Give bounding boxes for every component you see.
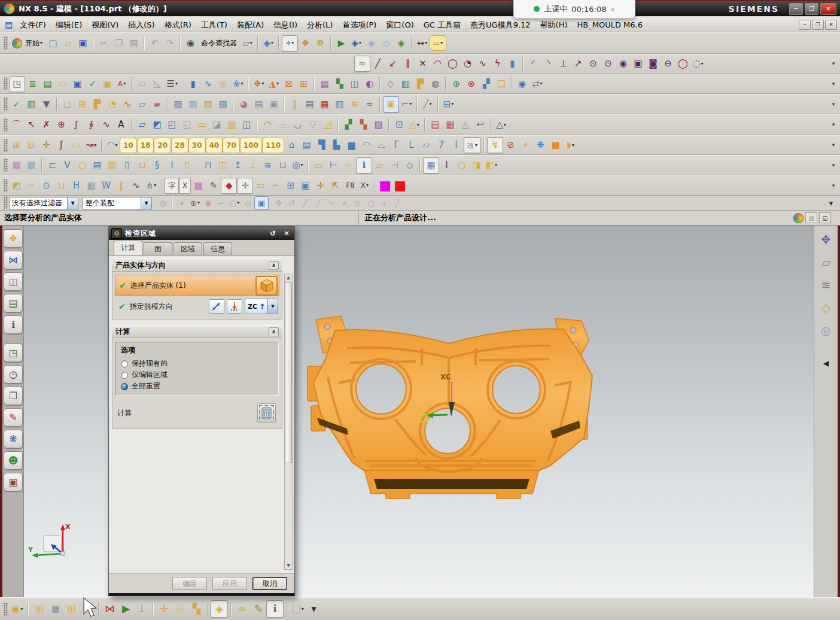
play-icon[interactable]: ▶ (334, 36, 349, 51)
wedge-icon[interactable]: ◿ (320, 117, 335, 132)
command-finder-label[interactable]: 命令查找器 (198, 36, 240, 51)
overflow-icon[interactable]: ▾ (829, 178, 838, 193)
mesh-icon[interactable]: ▨ (224, 117, 239, 132)
size-10-button[interactable]: 10 (120, 138, 137, 153)
menu-gc-toolbox[interactable]: GC 工具箱 (419, 17, 465, 32)
moldbase-icon[interactable]: ▤ (299, 138, 314, 153)
sphere-half-icon[interactable]: ◐ (362, 77, 377, 92)
dialog-close-icon[interactable]: ✕ (281, 229, 292, 238)
spring-icon[interactable]: ∿ (200, 77, 215, 92)
line-icon[interactable]: ╱ (370, 56, 385, 71)
sphere-icon[interactable]: ❁ (313, 36, 328, 51)
arc-icon[interactable]: ◠ (430, 56, 445, 71)
standard-part-icon[interactable]: V (60, 158, 75, 173)
binoculars-icon[interactable]: ◉ (183, 36, 198, 51)
mdi-restore-button[interactable]: ❐ (812, 20, 824, 30)
system-materials-icon[interactable]: ❒ (4, 387, 23, 405)
curve-arrow-icon[interactable]: ↝▾ (84, 138, 99, 153)
cancel-button[interactable]: 取消 (252, 577, 287, 590)
radio-keep-existing[interactable]: 保持现有的 (121, 358, 273, 369)
plate-icon[interactable]: ▭ (253, 178, 268, 193)
lightning-icon[interactable]: ↯ (487, 137, 503, 153)
tab-info[interactable]: 信息 (203, 242, 232, 255)
spline-icon[interactable]: ∿ (475, 56, 490, 71)
tube-icon[interactable]: ◎ (818, 323, 834, 338)
annotation-icon[interactable]: ⊟▾ (441, 97, 456, 112)
history-icon[interactable]: ◷ (4, 365, 23, 384)
overflow-icon[interactable]: ▾ (829, 138, 838, 153)
conic-icon[interactable]: ◌▾ (690, 56, 705, 71)
red-swatch[interactable]: ■ (392, 178, 407, 193)
size-100-button[interactable]: 100 (240, 138, 262, 153)
cube-icon[interactable]: ▣ (266, 97, 281, 112)
snap-corner-icon[interactable]: ⌐ (215, 197, 228, 209)
bridge-icon[interactable]: ◠ (260, 117, 275, 132)
split-icon[interactable]: ◫ (239, 117, 254, 132)
note-icon[interactable]: ▭ (69, 138, 84, 153)
maximize-button[interactable]: ❐ (805, 3, 818, 15)
extrude-icon[interactable]: ▛ (90, 97, 105, 112)
constraint-icon[interactable]: ⊥ (134, 601, 150, 617)
locator-ring-icon[interactable]: ◎▾ (290, 158, 305, 173)
sweep-icon[interactable]: ∿ (120, 97, 135, 112)
grid-palette-icon[interactable]: ▩ (9, 158, 24, 173)
quilt-icon[interactable]: ▧ (215, 97, 230, 112)
cut-icon[interactable]: ✂ (96, 36, 111, 51)
box-3d-icon[interactable]: ⊞ (283, 178, 298, 193)
bars-icon[interactable]: ‖ (114, 178, 129, 193)
curve-icon[interactable]: ∿ (129, 178, 144, 193)
product-model[interactable]: XC YC (299, 311, 598, 512)
pocket-icon[interactable]: ⊔ (54, 178, 69, 193)
split-body-icon[interactable]: ◫ (347, 77, 362, 92)
helix-icon[interactable]: ∮ (84, 117, 99, 132)
moldbase-icon[interactable]: ⌂ (284, 138, 299, 153)
cone-icon[interactable]: △▾ (407, 117, 422, 132)
cross-icon[interactable]: ✗ (39, 117, 54, 132)
constraint-navigator-icon[interactable]: ⋈ (4, 251, 23, 269)
info-box-icon[interactable]: ⊡ (392, 117, 407, 132)
copy-face-icon[interactable]: ⊞ (296, 77, 311, 92)
standard-part-icon[interactable]: ▤ (90, 158, 105, 173)
moldbase-icon[interactable]: ▱ (419, 138, 434, 153)
menu-yanxiu-mold[interactable]: 燕秀UG模具9.12 (465, 17, 535, 32)
cavity-block-icon[interactable]: ▣ (383, 96, 399, 113)
runner-icon[interactable]: ⌐ (341, 158, 356, 173)
minimize-button[interactable]: ─ (789, 3, 803, 15)
sheets-icon[interactable]: ▤ (251, 97, 266, 112)
datum-csys-icon[interactable]: ⌖▾ (282, 35, 298, 51)
menu-analysis[interactable]: 分析(L) (302, 17, 337, 32)
color-palette-icon[interactable]: ✎ (4, 408, 23, 427)
dice-icon[interactable]: ◇ (241, 197, 254, 209)
check-icon[interactable]: ✓ (85, 77, 100, 92)
profile-icon[interactable]: ∞ (354, 56, 370, 72)
delete-face-icon[interactable]: ⊠ (281, 77, 296, 92)
ruler-icon[interactable]: ▭▾ (430, 35, 446, 51)
hatch-icon[interactable]: ▞ (341, 117, 356, 132)
overflow-icon[interactable]: ▾ (824, 197, 838, 209)
gold-box-icon[interactable]: ⊟ (24, 138, 39, 153)
orange-cube-icon[interactable]: ■ (548, 138, 563, 153)
filter-icon[interactable]: ▼ (39, 97, 54, 112)
standard-part-icon[interactable]: ⊏ (45, 158, 60, 173)
menu-tools[interactable]: 工具(T) (196, 17, 232, 32)
scroll-down-icon[interactable]: ▼ (287, 562, 290, 569)
centerline-icon[interactable]: ✛ (313, 178, 328, 193)
corner-icon[interactable]: ▛ (413, 77, 428, 92)
circle-icon[interactable]: ◯ (675, 56, 690, 71)
standard-part-icon[interactable]: ⊔ (135, 158, 150, 173)
trim-icon[interactable]: ◩ (150, 117, 165, 132)
circle-snap-icon[interactable]: ○ (364, 197, 378, 209)
drain-icon[interactable]: ▽ (305, 117, 320, 132)
menu-file[interactable]: 文件(F) (15, 17, 51, 32)
patch-arc-icon[interactable]: ◠▾ (105, 138, 120, 153)
start-button[interactable]: 开始▾ (9, 36, 45, 51)
scroll-up-icon[interactable]: ▲ (287, 274, 290, 281)
select-body-button[interactable] (255, 276, 278, 296)
red-sheet-icon[interactable]: ▤ (428, 117, 443, 132)
note-icon[interactable]: ▭ (55, 77, 70, 92)
collapse-arrow-icon[interactable]: ◂ (818, 355, 834, 370)
datum-plane-icon[interactable]: ▱ (135, 77, 150, 92)
tab-region[interactable]: 区域 (174, 242, 202, 255)
save-icon[interactable]: ▣ (75, 36, 90, 51)
datum-plane-icon[interactable]: ▱ (135, 97, 150, 112)
